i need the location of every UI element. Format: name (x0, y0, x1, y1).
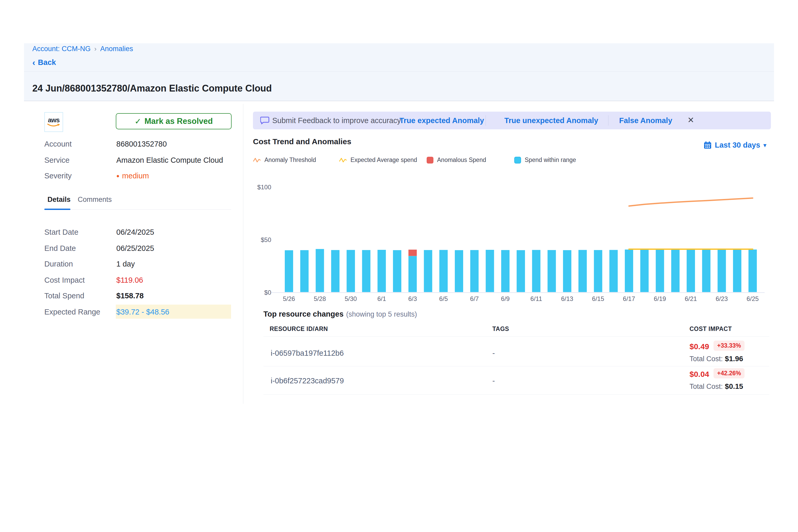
expected-line-icon (339, 157, 347, 164)
table-row-cost: $0.49 (689, 342, 709, 351)
banner-divider (486, 115, 486, 126)
start-date-label: Start Date (44, 228, 115, 236)
duration-label: Duration (44, 260, 115, 268)
start-date-value: 06/24/2025 (116, 228, 154, 236)
xtick-label: 6/23 (709, 295, 735, 303)
total-cost-line: Total Cost:$0.15 (689, 382, 743, 391)
aws-smile-icon (47, 124, 60, 127)
ytick-0: $0 (235, 289, 271, 296)
table-row-tags: - (492, 349, 495, 358)
feedback-banner: Submit Feedback to improve accuracy: Tru… (253, 112, 771, 129)
severity-label: Severity (44, 172, 112, 180)
feedback-false-anomaly-button[interactable]: False Anomaly (614, 116, 677, 125)
xtick-label: 6/11 (523, 295, 549, 303)
total-cost-value: $1.96 (725, 355, 743, 363)
breadcrumb-anomalies-link[interactable]: Anomalies (100, 45, 133, 53)
chart-title: Cost Trend and Anomalies (253, 137, 351, 146)
within-range-swatch-icon (514, 157, 521, 164)
feedback-close-icon[interactable]: ✕ (687, 115, 694, 125)
tab-comments[interactable]: Comments (78, 195, 112, 204)
total-spend-label: Total Spend (44, 291, 115, 300)
expected-range-label: Expected Range (44, 308, 115, 316)
ytick-50: $50 (235, 236, 271, 244)
xtick-label: 6/9 (492, 295, 518, 303)
aws-logo-text: aws (48, 117, 59, 124)
cost-trend-chart (277, 179, 761, 292)
mark-as-resolved-button[interactable]: ✓ Mark as Resolved (116, 113, 232, 129)
cost-impact-value: $119.06 (116, 276, 143, 285)
legend-anomalous-spend: Anomalous Spend (426, 156, 514, 164)
date-range-label: Last 30 days (715, 141, 760, 149)
table-divider (263, 366, 769, 366)
table-row-resource-id: i-06597ba197fe112b6 (271, 349, 344, 358)
resolve-button-label: Mark as Resolved (145, 117, 213, 126)
xtick-label: 6/13 (554, 295, 580, 303)
top-resources-title: Top resource changes(showing top 5 resul… (263, 310, 417, 318)
tab-active-underline (44, 209, 71, 210)
cost-percent-badge: +42.26% (714, 368, 744, 378)
panel-divider (243, 104, 243, 404)
column-cost-impact: COST IMPACT (689, 325, 732, 332)
xtick-label: 6/15 (585, 295, 611, 303)
account-label: Account (44, 140, 112, 148)
x-axis-line (271, 292, 765, 293)
table-row-resource-id: i-0b6f257223cad9579 (271, 377, 344, 385)
ytick-100: $100 (235, 184, 271, 191)
total-spend-value: $158.78 (116, 291, 144, 300)
xtick-label: 6/3 (400, 295, 425, 303)
table-divider (263, 394, 769, 395)
breadcrumb: Account: CCM-NG › Anomalies (32, 45, 133, 53)
breadcrumb-account-link[interactable]: Account: CCM-NG (32, 45, 91, 53)
top-resources-subtitle: (showing top 5 results) (346, 310, 417, 318)
service-label: Service (44, 156, 112, 165)
anomalous-swatch-icon (426, 157, 433, 164)
expected-range-value: $39.72 - $48.56 (116, 308, 169, 316)
page-title: 24 Jun/868001352780/Amazon Elastic Compu… (32, 83, 272, 94)
xtick-label: 6/7 (461, 295, 488, 303)
aws-logo: aws (44, 112, 63, 132)
account-value: 868001352780 (116, 140, 167, 148)
cost-impact-label: Cost Impact (44, 276, 115, 285)
check-icon: ✓ (135, 117, 141, 126)
duration-value: 1 day (116, 260, 135, 268)
table-row-tags: - (492, 377, 495, 385)
feedback-prompt: Submit Feedback to improve accuracy: (272, 116, 403, 125)
legend-expected-average: Expected Average spend (339, 156, 426, 164)
xtick-label: 5/26 (276, 295, 302, 303)
end-date-value: 06/25/2025 (116, 244, 154, 253)
back-button[interactable]: ‹ Back (32, 58, 56, 67)
total-cost-line: Total Cost:$1.96 (689, 355, 743, 363)
severity-text: medium (122, 172, 149, 180)
xtick-label: 6/17 (616, 295, 642, 303)
caret-down-icon: ▾ (763, 141, 766, 149)
top-resources-title-text: Top resource changes (263, 310, 343, 318)
chart-legend: Anomaly Threshold Expected Average spend… (253, 156, 576, 164)
total-cost-value: $0.15 (725, 382, 743, 391)
back-chevron-icon: ‹ (32, 58, 35, 67)
severity-value: ●medium (116, 172, 149, 180)
total-cost-label: Total Cost: (689, 383, 723, 391)
cost-percent-badge: +33.33% (714, 341, 744, 351)
legend-spend-within-range: Spend within range (514, 156, 576, 164)
breadcrumb-chevron-icon: › (94, 45, 97, 53)
threshold-line-icon (253, 157, 261, 164)
feedback-true-expected-button[interactable]: True expected Anomaly (397, 116, 486, 125)
table-row-cost: $0.04 (689, 370, 709, 379)
xtick-label: 6/25 (740, 295, 766, 303)
date-range-picker[interactable]: Last 30 days ▾ (704, 141, 766, 149)
feedback-chat-icon (260, 116, 270, 125)
calendar-icon (704, 141, 712, 149)
xtick-label: 6/5 (431, 295, 457, 303)
severity-dot-icon: ● (116, 173, 119, 179)
feedback-true-unexpected-button[interactable]: True unexpected Anomaly (505, 116, 598, 125)
xtick-label: 6/1 (369, 295, 395, 303)
column-resource-id: RESOURCE ID/ARN (270, 325, 328, 332)
legend-anomaly-threshold: Anomaly Threshold (253, 156, 339, 164)
xtick-label: 6/21 (678, 295, 704, 303)
xtick-label: 5/28 (307, 295, 333, 303)
column-tags: TAGS (492, 325, 509, 332)
tab-border (44, 209, 231, 210)
tab-details[interactable]: Details (48, 195, 71, 204)
xtick-label: 6/19 (647, 295, 673, 303)
service-value: Amazon Elastic Compute Cloud (116, 156, 223, 165)
